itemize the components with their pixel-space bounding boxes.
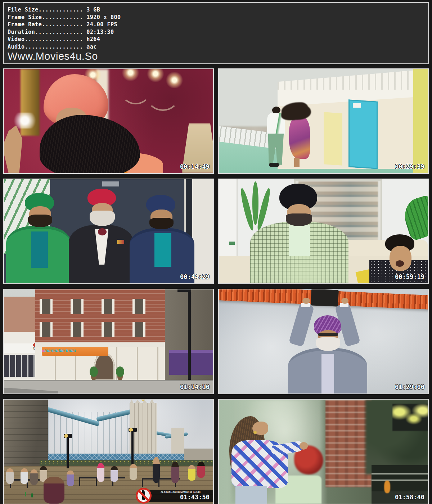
seated-person <box>30 469 38 485</box>
seated-woman <box>171 462 179 483</box>
green-bottle <box>31 493 33 498</box>
no-alcohol-icon <box>136 488 152 504</box>
scene-red-room: 00:14:49 <box>4 69 213 173</box>
purple-storefront <box>169 350 213 375</box>
wall-vent <box>102 181 119 186</box>
seated-person <box>188 465 195 481</box>
hoodie-man <box>130 464 137 480</box>
flower-icon: ✿ <box>42 348 44 353</box>
info-line-frame-rate: Frame Rate............ 24.00 FPS <box>8 21 424 28</box>
suspension-hangers <box>42 412 136 454</box>
scene-motion-blur-street: 01:58:40 <box>219 400 428 504</box>
scene-beach-huts: 00:29:39 <box>219 69 428 173</box>
shocked-face <box>390 246 411 271</box>
restaurant-sign-text: Incredible India <box>44 348 76 353</box>
info-line-frame-size: Frame Size............ 1920 x 800 <box>8 14 424 21</box>
open-mouth <box>396 260 404 266</box>
scene-hanging-pipe: 01:29:00 <box>219 289 428 393</box>
lamp-post <box>67 437 69 468</box>
long-black-beard <box>40 115 140 173</box>
site-watermark: Www.Movies4u.So <box>8 51 424 62</box>
bank-sign: UK <box>4 343 40 353</box>
stone-band <box>35 342 165 347</box>
dark-beard <box>28 215 52 227</box>
check-shirt-man <box>197 462 205 477</box>
scene-living-room: 00:59:19 <box>219 179 428 283</box>
screenshot-grid: 00:14:49 00:29:39 <box>3 68 429 504</box>
hand-rail <box>372 480 428 481</box>
topiary-tree <box>90 366 98 377</box>
info-line-audio: Audio................. aac <box>8 43 424 51</box>
topiary-tree <box>116 366 124 377</box>
white-beard <box>90 211 115 226</box>
woman-leg <box>294 158 300 167</box>
door-number-plate <box>353 103 361 108</box>
dark-beard <box>149 218 174 229</box>
info-line-duration: Duration.............. 02:13:30 <box>8 28 424 36</box>
seated-woman <box>111 466 118 482</box>
background-buildings <box>184 449 213 461</box>
timestamp-badge: 01:43:50 <box>180 494 210 501</box>
arched-doorway <box>94 353 115 381</box>
seated-person <box>67 471 74 486</box>
hand <box>300 442 308 449</box>
maroon-cravat <box>98 228 106 235</box>
green-door-handle <box>229 242 235 245</box>
timestamp-badge: 00:14:49 <box>180 163 210 170</box>
movie-still-3: 00:44:29 <box>3 179 214 284</box>
window-row <box>40 322 161 337</box>
distant-passenger <box>384 481 390 493</box>
man-tracksuit-jacket <box>267 113 285 136</box>
timestamp-badge: 00:59:19 <box>395 273 424 280</box>
green-bottle <box>25 492 26 496</box>
monstera-leaf <box>400 194 428 241</box>
movie-still-5: UK ✿Incredible India 01:14:10 <box>3 289 214 394</box>
street-lamp-post <box>188 289 191 381</box>
chandelier-arm <box>121 77 150 104</box>
lamp-post <box>131 431 134 466</box>
timestamp-badge: 01:14:10 <box>180 383 210 391</box>
teal-shirt <box>31 231 48 268</box>
chandelier-arm <box>146 80 180 111</box>
teal-shirt <box>154 233 171 266</box>
grey-beard <box>286 213 312 226</box>
seated-person <box>6 468 14 484</box>
hand-rail <box>372 473 428 474</box>
movie-still-2: 00:29:39 <box>218 68 429 174</box>
restaurant-sign: ✿Incredible India <box>42 347 109 356</box>
pipe-coupling <box>311 289 338 307</box>
foreground-man <box>44 477 64 504</box>
woman-magenta-dress <box>289 117 310 159</box>
standing-waiter <box>153 457 160 483</box>
movie-still-1: 00:14:49 <box>3 68 214 174</box>
timestamp-badge: 01:58:40 <box>395 494 424 501</box>
info-line-video: Video................. h264 <box>8 36 424 43</box>
gripping-hand <box>302 298 310 304</box>
movie-still-8: 01:58:40 <box>218 399 429 504</box>
man-sneaker <box>269 163 279 167</box>
seated-person <box>21 468 28 484</box>
media-info-panel: File Size............. 3 GB Frame Size..… <box>3 2 429 64</box>
yellow-door <box>324 112 342 166</box>
timestamp-badge: 00:29:39 <box>395 163 424 170</box>
plant-leaf <box>252 181 258 225</box>
cyan-door <box>348 99 378 169</box>
scene-three-men: 00:44:29 <box>4 179 213 283</box>
light-jeans <box>235 486 267 504</box>
pink-turban-man <box>97 463 105 482</box>
movie-still-4: 00:59:19 <box>218 179 429 284</box>
left-shop-windows <box>4 355 40 377</box>
ceiling-lights-window <box>392 404 428 431</box>
movie-still-7: ALCOHOL CONSUMPTION IS INJURI 01:43:50 <box>3 399 214 504</box>
lavender-shirt <box>321 354 334 393</box>
suit-sleeve <box>289 303 314 347</box>
timestamp-badge: 00:44:29 <box>180 273 210 280</box>
scene-tower-bridge-cafe: ALCOHOL CONSUMPTION IS INJURI 01:43:50 <box>4 400 213 504</box>
info-line-file-size: File Size............. 3 GB <box>8 6 424 14</box>
pocket-square <box>117 240 124 244</box>
blurred-brick-pillar <box>325 400 372 487</box>
movie-still-6: 01:29:00 <box>218 289 429 394</box>
scene-street-restaurant: UK ✿Incredible India 01:14:10 <box>4 289 213 393</box>
timestamp-badge: 01:29:00 <box>395 383 424 391</box>
white-beard <box>316 337 340 351</box>
